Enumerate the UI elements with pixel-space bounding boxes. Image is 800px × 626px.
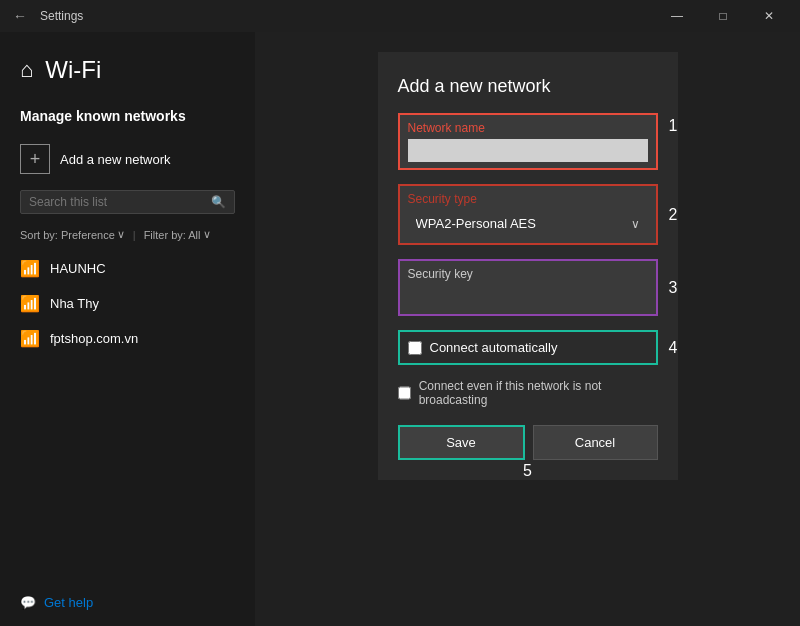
security-type-select-wrapper: Open WPA2-Personal AES WPA3-Personal WPA… [408,210,648,237]
help-icon: 💬 [20,595,36,610]
wifi-signal-icon: 📶 [20,259,40,278]
close-button[interactable]: ✕ [746,0,792,32]
network-name: fptshop.com.vn [50,331,138,346]
network-name-label: Network name [408,121,648,135]
main-content: Add a new network Network name 1 Securit… [255,32,800,626]
page-title: Wi-Fi [45,56,101,84]
titlebar-left: ← Settings [8,4,83,28]
back-button[interactable]: ← [8,4,32,28]
titlebar-title: Settings [40,9,83,23]
search-icon: 🔍 [211,195,226,209]
filter-button[interactable]: Filter by: All ∨ [144,228,211,241]
page-header: ⌂ Wi-Fi [0,48,255,100]
dialog-buttons: Save Cancel [398,425,658,460]
maximize-button[interactable]: □ [700,0,746,32]
sort-button[interactable]: Sort by: Preference ∨ [20,228,125,241]
get-help-link[interactable]: 💬 Get help [20,595,93,610]
connect-auto-group: Connect automatically [398,330,658,365]
connect-broadcast-label[interactable]: Connect even if this network is not broa… [419,379,658,407]
add-network-label: Add a new network [60,152,171,167]
cancel-button[interactable]: Cancel [533,425,658,460]
filter-label: Filter by: All [144,229,201,241]
network-name: HAUNHC [50,261,106,276]
step-number-1: 1 [669,117,678,135]
minimize-button[interactable]: — [654,0,700,32]
sort-label: Sort by: Preference [20,229,115,241]
connect-broadcast-group: Connect even if this network is not broa… [398,375,658,411]
sort-filter-bar: Sort by: Preference ∨ | Filter by: All ∨ [0,222,255,247]
add-network-dialog: Add a new network Network name 1 Securit… [378,52,678,480]
network-item-nhathy[interactable]: 📶 Nha Thy [0,286,255,321]
security-key-label: Security key [408,267,648,281]
security-key-group: Security key 3 [398,259,658,316]
step-number-5: 5 [523,462,532,480]
get-help-label: Get help [44,595,93,610]
filter-chevron-icon: ∨ [203,228,211,241]
network-list: 📶 HAUNHC 📶 Nha Thy 📶 fptshop.com.vn [0,247,255,360]
step-number-2: 2 [669,206,678,224]
security-type-label: Security type [408,192,648,206]
network-item-fptshop[interactable]: 📶 fptshop.com.vn [0,321,255,356]
plus-icon: + [20,144,50,174]
connect-auto-wrapper: Connect automatically 4 [398,330,658,365]
titlebar-controls: — □ ✕ [654,0,792,32]
dialog-buttons-wrapper: Save Cancel 5 [398,425,658,460]
connect-auto-label[interactable]: Connect automatically [430,340,558,355]
titlebar: ← Settings — □ ✕ [0,0,800,32]
sidebar: ⌂ Wi-Fi Manage known networks + Add a ne… [0,32,255,626]
network-name-input[interactable] [408,139,648,162]
network-name: Nha Thy [50,296,99,311]
connect-auto-checkbox[interactable] [408,341,422,355]
save-button[interactable]: Save [398,425,525,460]
wifi-icon: ⌂ [20,57,33,83]
network-item-haunhc[interactable]: 📶 HAUNHC [0,251,255,286]
section-title: Manage known networks [0,100,255,136]
sort-chevron-icon: ∨ [117,228,125,241]
bar-divider: | [133,229,136,241]
security-type-field-wrapper: Security type Open WPA2-Personal AES WPA… [398,184,658,245]
wifi-signal-icon: 📶 [20,329,40,348]
add-network-button[interactable]: + Add a new network [0,136,255,182]
security-key-field-wrapper: Security key [398,259,658,316]
step-number-3: 3 [669,279,678,297]
network-name-group: Network name 1 [398,113,658,170]
network-name-field-wrapper: Network name [398,113,658,170]
connect-broadcast-checkbox[interactable] [398,386,411,400]
security-type-group: Security type Open WPA2-Personal AES WPA… [398,184,658,245]
security-type-select[interactable]: Open WPA2-Personal AES WPA3-Personal WPA… [408,210,648,237]
step-number-4: 4 [669,339,678,357]
wifi-signal-icon: 📶 [20,294,40,313]
dialog-title: Add a new network [398,76,658,97]
search-box[interactable]: 🔍 [20,190,235,214]
search-input[interactable] [29,195,205,209]
security-key-input[interactable] [408,285,648,308]
